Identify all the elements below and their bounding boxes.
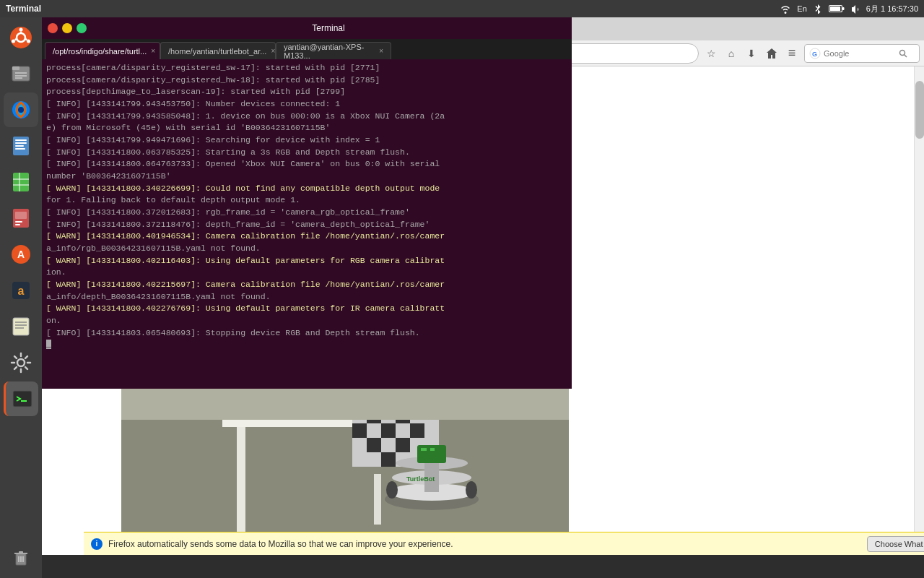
terminal-body[interactable]: process[camera/disparity_registered_sw-1… xyxy=(42,59,572,389)
firefox-bar-text: Firefox automatically sends some data to… xyxy=(108,539,861,549)
svg-point-6 xyxy=(27,40,30,43)
terminal-maximize-btn[interactable] xyxy=(77,23,87,33)
choose-share-button[interactable]: Choose What I Share xyxy=(867,536,924,552)
svg-point-75 xyxy=(466,481,477,499)
svg-text:G: G xyxy=(812,51,817,58)
sidebar-icon-text-editor[interactable] xyxy=(4,309,38,344)
terminal-tab3-label: yantian@yantian-XPS-M133... xyxy=(284,43,375,60)
svg-rect-71 xyxy=(417,445,446,463)
sidebar-icon-ubuntu[interactable] xyxy=(4,20,38,55)
terminal-tab-bar: /opt/ros/indigo/share/turtl... × /home/y… xyxy=(42,39,572,59)
sidebar-icon-amazon[interactable]: a xyxy=(4,273,38,308)
terminal-tab2-close[interactable]: × xyxy=(271,47,275,55)
svg-line-53 xyxy=(905,54,907,57)
svg-point-74 xyxy=(386,481,398,499)
svg-text:TurtleBot: TurtleBot xyxy=(406,475,435,483)
svg-point-40 xyxy=(17,359,25,366)
svg-rect-64 xyxy=(396,438,410,452)
svg-rect-45 xyxy=(19,551,23,553)
svg-rect-78 xyxy=(374,474,381,525)
svg-rect-41 xyxy=(13,391,32,407)
sidebar-icon-software[interactable]: A xyxy=(4,237,38,272)
firefox-notification-bar: i Firefox automatically sends some data … xyxy=(84,532,924,555)
sidebar-icon-calc[interactable] xyxy=(4,165,38,199)
system-bar: Terminal En 6月 1 16:57:30 xyxy=(0,0,924,17)
sidebar-icon-files[interactable] xyxy=(4,56,38,91)
sidebar-icon-settings[interactable] xyxy=(4,345,38,380)
svg-rect-31 xyxy=(15,224,20,225)
search-icon xyxy=(899,49,907,58)
robot-image: TurtleBot xyxy=(121,366,569,532)
svg-rect-61 xyxy=(410,423,424,438)
svg-rect-36 xyxy=(13,318,29,335)
terminal-close-btn[interactable] xyxy=(48,23,58,33)
robot-image-area: TurtleBot xyxy=(121,366,569,532)
scrollbar-thumb[interactable] xyxy=(915,81,924,139)
terminal-tab2-label: /home/yantian/turtlebot_ar... xyxy=(168,47,266,56)
terminal-tab1-close[interactable]: × xyxy=(151,47,155,55)
nav-right-buttons: ☆ ⌂ ⬇ ≡ xyxy=(702,44,801,63)
svg-rect-23 xyxy=(15,148,25,150)
terminal-overlay: Terminal /opt/ros/indigo/share/turtl... … xyxy=(42,17,572,389)
bookmark-star-button[interactable]: ☆ xyxy=(702,44,720,63)
terminal-title-bar: Terminal xyxy=(42,17,572,39)
svg-rect-24 xyxy=(13,173,29,191)
svg-rect-65 xyxy=(381,452,396,467)
svg-rect-60 xyxy=(381,423,396,438)
download-button[interactable]: ⬇ xyxy=(742,44,761,63)
volume-icon xyxy=(850,4,860,14)
svg-rect-55 xyxy=(237,423,245,532)
system-bar-right: En 6月 1 16:57:30 xyxy=(780,3,918,14)
svg-rect-62 xyxy=(352,423,367,438)
svg-point-52 xyxy=(900,50,905,55)
svg-line-10 xyxy=(15,39,17,40)
sidebar-icon-terminal[interactable] xyxy=(4,381,38,416)
home2-button[interactable] xyxy=(762,44,781,63)
svg-rect-12 xyxy=(12,66,19,70)
svg-point-5 xyxy=(19,28,23,32)
sidebar-icon-impress[interactable] xyxy=(4,201,38,236)
google-logo: G xyxy=(809,48,821,59)
terminal-title-label: Terminal xyxy=(91,23,566,33)
svg-rect-2 xyxy=(842,7,845,10)
svg-rect-73 xyxy=(430,448,435,451)
svg-text:A: A xyxy=(17,249,25,260)
system-title: Terminal xyxy=(6,4,41,14)
sidebar-icon-firefox[interactable] xyxy=(4,92,38,127)
terminal-tab-1[interactable]: /opt/ros/indigo/share/turtl... × xyxy=(45,42,160,59)
browser-scrollbar[interactable] xyxy=(914,66,924,555)
menu-button[interactable]: ≡ xyxy=(783,44,801,63)
terminal-tab3-close[interactable]: × xyxy=(379,47,383,55)
svg-text:a: a xyxy=(18,285,25,297)
svg-rect-30 xyxy=(15,221,22,223)
home-button[interactable]: ⌂ xyxy=(722,44,741,63)
sidebar-icon-trash[interactable] xyxy=(4,540,38,575)
svg-rect-63 xyxy=(367,438,381,452)
terminal-tab1-label: /opt/ros/indigo/share/turtl... xyxy=(53,47,147,56)
wifi-icon xyxy=(780,3,791,14)
svg-point-7 xyxy=(12,40,15,43)
sidebar: A a xyxy=(0,17,42,578)
terminal-tab-3[interactable]: yantian@yantian-XPS-M133... × xyxy=(276,42,391,59)
svg-rect-21 xyxy=(15,142,27,144)
svg-rect-29 xyxy=(15,212,27,219)
keyboard-layout: En xyxy=(797,4,806,13)
sidebar-icon-writer[interactable] xyxy=(4,129,38,163)
search-input[interactable] xyxy=(824,49,896,58)
svg-rect-20 xyxy=(15,139,27,141)
system-time: 6月 1 16:57:30 xyxy=(866,4,918,14)
bluetooth-icon xyxy=(813,4,823,14)
svg-rect-22 xyxy=(15,145,24,147)
terminal-minimize-btn[interactable] xyxy=(62,23,72,33)
svg-point-18 xyxy=(18,107,24,113)
svg-rect-1 xyxy=(830,7,840,11)
battery-icon xyxy=(829,4,845,13)
svg-line-9 xyxy=(25,39,27,40)
svg-rect-72 xyxy=(421,448,427,451)
info-icon: i xyxy=(91,538,103,550)
system-bar-left: Terminal xyxy=(6,4,41,14)
terminal-tab-2[interactable]: /home/yantian/turtlebot_ar... × xyxy=(160,42,276,59)
